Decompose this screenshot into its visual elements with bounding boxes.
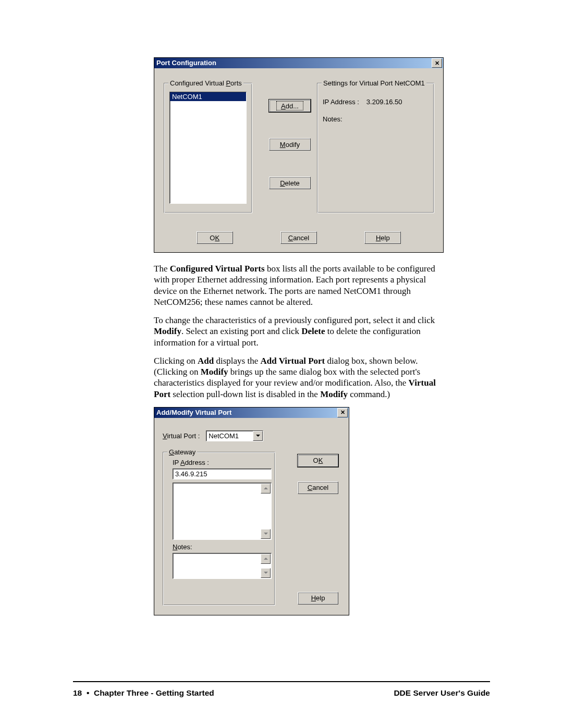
paragraph: Clicking on Add displays the Add Virtual… <box>154 355 444 400</box>
dialog-body: Configured Virtual Ports NetCOM1 Add... … <box>154 68 443 252</box>
ip-address-label: IP Address : <box>173 459 270 466</box>
dialog-title: Add/Modify Virtual Port <box>156 408 231 418</box>
ok-button[interactable]: OK <box>298 454 338 467</box>
notes-row: Notes: <box>323 115 429 123</box>
address-list-textarea-wrap <box>173 483 272 540</box>
group-legend: Settings for Virtual Port NetCOM1 <box>322 79 426 87</box>
footer-rule <box>73 681 490 682</box>
notes-textarea-wrap <box>173 553 272 579</box>
close-icon: ✕ <box>340 410 345 415</box>
ip-row: IP Address : 3.209.16.50 <box>323 98 429 106</box>
ip-address-input[interactable]: 3.46.9.215 <box>173 468 272 479</box>
scroll-down-button[interactable] <box>261 529 271 539</box>
footer-left: 18 • Chapter Three - Getting Started <box>73 688 214 698</box>
scroll-up-button[interactable] <box>261 554 271 564</box>
notes-textarea[interactable] <box>173 553 272 579</box>
cancel-button[interactable]: Cancel <box>298 482 338 494</box>
close-button[interactable]: ✕ <box>432 58 442 68</box>
modify-button[interactable]: Modify <box>269 138 311 151</box>
document-page: Port Configuration ✕ Configured Virtual … <box>0 0 563 728</box>
gateway-group: Gateway IP Address : 3.46.9.215 <box>163 452 275 606</box>
bottom-button-row: OK Cancel Help <box>154 231 443 244</box>
list-item[interactable]: NetCOM1 <box>170 92 246 101</box>
chevron-up-icon <box>264 487 268 489</box>
chevron-down-icon <box>264 572 268 574</box>
port-configuration-dialog: Port Configuration ✕ Configured Virtual … <box>154 57 444 253</box>
title-bar: Add/Modify Virtual Port ✕ <box>154 408 349 418</box>
chevron-down-icon <box>264 533 268 535</box>
combobox-arrow-button[interactable] <box>253 431 263 441</box>
help-button[interactable]: Help <box>364 231 401 244</box>
settings-group: Settings for Virtual Port NetCOM1 IP Add… <box>317 83 434 213</box>
right-button-column: OK Cancel <box>298 454 338 494</box>
close-icon: ✕ <box>435 60 439 66</box>
scrollbar <box>261 484 271 539</box>
close-button[interactable]: ✕ <box>337 408 348 417</box>
ip-label: IP Address : <box>323 98 359 106</box>
chevron-up-icon <box>264 558 268 560</box>
notes-label: Notes: <box>323 115 342 123</box>
help-button-wrap: Help <box>298 592 338 604</box>
center-button-column: Add... Modify Delete <box>269 100 311 189</box>
ports-listbox[interactable]: NetCOM1 <box>169 92 247 204</box>
delete-button[interactable]: Delete <box>269 177 311 189</box>
scroll-up-button[interactable] <box>261 484 271 493</box>
scrollbar <box>261 554 271 578</box>
add-modify-virtual-port-dialog: Add/Modify Virtual Port ✕ Virtual Port :… <box>154 407 349 615</box>
group-legend: Gateway <box>167 448 197 456</box>
ip-value: 3.209.16.50 <box>366 98 402 106</box>
group-legend: Configured Virtual Ports <box>168 79 243 87</box>
chevron-down-icon <box>256 435 260 437</box>
dialog-body: Virtual Port : NetCOM1 Gateway IP Addres… <box>154 418 349 615</box>
paragraph: To change the characteristics of a previ… <box>154 315 444 348</box>
scroll-down-button[interactable] <box>261 568 271 578</box>
cancel-button[interactable]: Cancel <box>280 231 317 244</box>
notes-label: Notes: <box>173 543 270 551</box>
add-button[interactable]: Add... <box>269 100 311 112</box>
combobox-value: NetCOM1 <box>206 431 253 441</box>
help-button[interactable]: Help <box>298 592 338 604</box>
virtual-port-row: Virtual Port : NetCOM1 <box>163 430 340 441</box>
paragraph: The Configured Virtual Ports box lists a… <box>154 263 444 307</box>
content-column: Port Configuration ✕ Configured Virtual … <box>154 57 444 615</box>
configured-ports-group: Configured Virtual Ports NetCOM1 <box>164 83 252 213</box>
virtual-port-label: Virtual Port : <box>163 432 200 440</box>
ok-button[interactable]: OK <box>197 231 233 244</box>
page-footer: 18 • Chapter Three - Getting Started DDE… <box>73 688 490 698</box>
footer-right: DDE Server User's Guide <box>394 688 490 698</box>
title-bar: Port Configuration ✕ <box>154 58 443 68</box>
virtual-port-combobox[interactable]: NetCOM1 <box>206 430 263 441</box>
dialog-title: Port Configuration <box>156 58 216 68</box>
address-list-textarea[interactable] <box>173 483 272 540</box>
